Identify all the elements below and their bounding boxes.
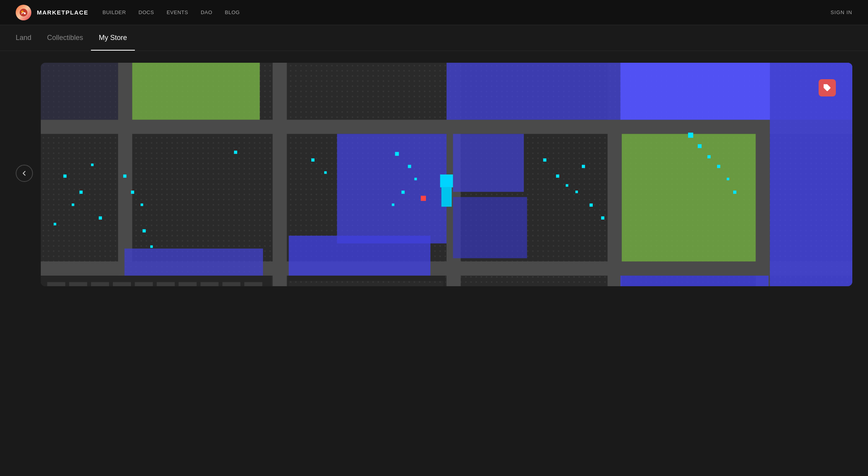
nav-links: BUILDER DOCS EVENTS DAO BLOG: [103, 9, 831, 15]
svg-rect-103: [733, 191, 736, 194]
back-button[interactable]: [16, 165, 33, 182]
svg-rect-97: [582, 165, 585, 168]
tab-mystore[interactable]: My Store: [91, 25, 135, 51]
svg-rect-139: [141, 203, 143, 206]
svg-rect-29: [770, 63, 852, 286]
map-canvas[interactable]: [41, 63, 852, 286]
brand-label: MARKETPLACE: [37, 9, 89, 16]
svg-rect-41: [113, 282, 131, 286]
svg-rect-98: [576, 191, 578, 193]
tab-land[interactable]: Land: [16, 25, 39, 51]
tabs-bar: Land Collectibles My Store: [0, 25, 868, 51]
navbar: MARKETPLACE BUILDER DOCS EVENTS DAO BLOG…: [0, 0, 868, 25]
svg-rect-101: [717, 165, 720, 168]
nav-events[interactable]: EVENTS: [167, 9, 188, 15]
svg-rect-88: [408, 165, 411, 168]
svg-rect-94: [543, 158, 546, 162]
svg-rect-79: [80, 191, 83, 194]
svg-rect-85: [311, 158, 314, 162]
signin-link[interactable]: SIGN IN: [831, 9, 852, 15]
svg-rect-80: [72, 203, 74, 206]
svg-rect-34: [41, 63, 118, 120]
svg-rect-93: [441, 187, 452, 207]
svg-rect-141: [150, 245, 153, 248]
svg-rect-40: [91, 282, 109, 286]
svg-rect-46: [222, 282, 240, 286]
svg-rect-133: [688, 133, 693, 138]
svg-rect-140: [143, 229, 146, 233]
svg-rect-91: [392, 203, 394, 206]
svg-rect-95: [556, 174, 559, 178]
tag-button[interactable]: [819, 79, 836, 96]
svg-rect-138: [131, 191, 134, 194]
svg-rect-89: [414, 178, 417, 180]
nav-dao[interactable]: DAO: [201, 9, 212, 15]
svg-rect-99: [590, 203, 593, 207]
svg-rect-96: [566, 184, 568, 187]
tab-collectibles[interactable]: Collectibles: [39, 25, 91, 51]
svg-rect-32: [622, 134, 756, 262]
map-container: [41, 63, 852, 286]
svg-rect-44: [179, 282, 197, 286]
svg-rect-23: [337, 134, 447, 243]
svg-rect-143: [289, 281, 443, 286]
svg-rect-134: [698, 144, 702, 148]
svg-rect-100: [601, 216, 604, 220]
svg-rect-90: [401, 191, 405, 194]
svg-rect-36: [453, 197, 527, 258]
nav-blog[interactable]: BLOG: [225, 9, 240, 15]
svg-rect-78: [64, 174, 67, 178]
nav-docs[interactable]: DOCS: [138, 9, 154, 15]
svg-rect-137: [123, 174, 126, 178]
svg-rect-87: [395, 152, 399, 156]
svg-rect-102: [727, 178, 730, 180]
svg-rect-84: [234, 151, 237, 154]
svg-rect-13: [272, 63, 287, 286]
svg-rect-45: [200, 282, 218, 286]
svg-rect-135: [707, 155, 710, 158]
svg-rect-47: [244, 282, 262, 286]
svg-rect-42: [135, 282, 153, 286]
svg-rect-43: [157, 282, 175, 286]
svg-rect-81: [91, 164, 94, 166]
svg-rect-38: [47, 282, 65, 286]
map-svg: [41, 63, 852, 286]
svg-rect-92: [440, 174, 453, 187]
svg-rect-82: [99, 216, 102, 220]
main-content: [0, 51, 868, 298]
logo[interactable]: [16, 5, 31, 20]
svg-rect-83: [54, 223, 56, 225]
nav-builder[interactable]: BUILDER: [103, 9, 126, 15]
svg-rect-21: [132, 63, 260, 120]
svg-rect-35: [453, 134, 524, 192]
svg-rect-136: [421, 196, 426, 201]
svg-rect-39: [69, 282, 87, 286]
svg-rect-86: [324, 171, 327, 174]
svg-rect-30: [621, 276, 769, 286]
